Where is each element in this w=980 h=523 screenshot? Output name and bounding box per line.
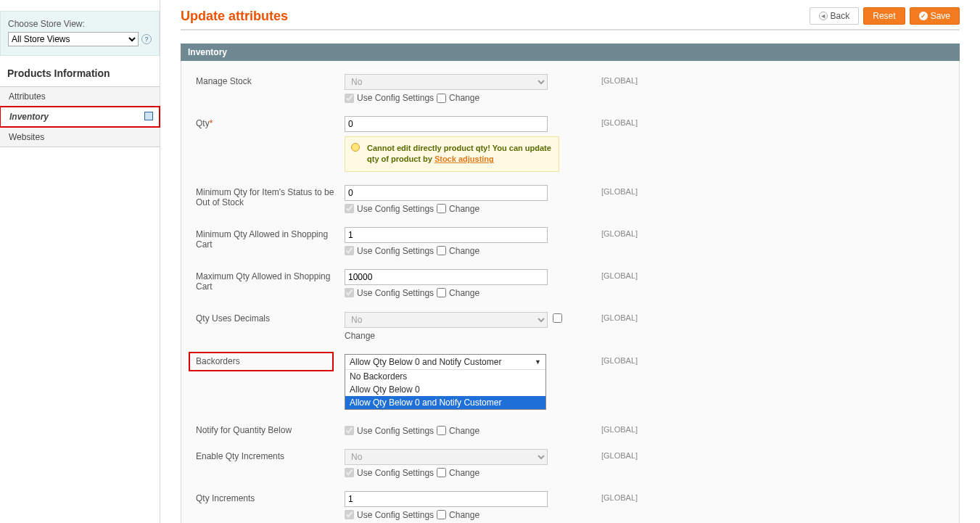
min-qty-cart-change[interactable] xyxy=(437,246,446,255)
qty-notice: Cannot edit directly product qty! You ca… xyxy=(345,136,559,172)
scope-label: [GLOBAL] xyxy=(601,491,688,502)
reset-label: Reset xyxy=(873,11,895,21)
action-buttons: ◄ Back Reset ✓ Save xyxy=(810,7,960,25)
bulb-icon xyxy=(351,143,360,152)
store-view-select[interactable]: All Store Views xyxy=(8,32,139,46)
enable-incr-select[interactable]: No xyxy=(345,449,548,465)
change-label: Change xyxy=(449,93,479,103)
scope-label: [GLOBAL] xyxy=(601,185,688,196)
manage-stock-select[interactable]: No xyxy=(345,74,548,90)
manage-stock-change[interactable] xyxy=(437,94,446,103)
scope-label: [GLOBAL] xyxy=(601,449,688,460)
qty-decimals-label: Qty Uses Decimals xyxy=(196,311,345,324)
use-config-label: Use Config Settings xyxy=(357,468,434,478)
main-content: Update attributes ◄ Back Reset ✓ Save In… xyxy=(160,0,980,523)
change-label: Change xyxy=(449,510,479,520)
notify-below-label: Notify for Quantity Below xyxy=(196,423,345,435)
scope-label: [GLOBAL] xyxy=(601,227,688,238)
notify-below-change[interactable] xyxy=(437,426,446,435)
qty-incr-input[interactable] xyxy=(345,491,548,507)
manage-stock-label: Manage Stock xyxy=(196,74,345,86)
backorders-value: Allow Qty Below 0 and Notify Customer xyxy=(350,357,501,367)
backorders-select[interactable]: Allow Qty Below 0 and Notify Customer ▼ … xyxy=(345,354,546,410)
use-config-label: Use Config Settings xyxy=(357,246,434,256)
min-qty-out-input[interactable] xyxy=(345,185,548,201)
min-qty-cart-input[interactable] xyxy=(345,227,548,243)
sidebar-tab-inventory[interactable]: Inventory xyxy=(0,106,160,128)
change-label: Change xyxy=(449,468,479,478)
backorders-option-below0[interactable]: Allow Qty Below 0 xyxy=(345,383,545,396)
backorders-label-wrap: Backorders xyxy=(196,354,345,367)
max-qty-cart-useconfig[interactable] xyxy=(345,288,354,297)
change-label: Change xyxy=(449,288,479,298)
qty-decimals-change-chk[interactable] xyxy=(553,313,562,323)
enable-incr-change[interactable] xyxy=(437,468,446,477)
save-label: Save xyxy=(931,11,950,21)
sidebar-tab-label: Inventory xyxy=(9,112,49,122)
scope-label: [GLOBAL] xyxy=(601,311,688,322)
use-config-label: Use Config Settings xyxy=(357,426,434,436)
backorders-option-none[interactable]: No Backorders xyxy=(345,370,545,383)
help-icon[interactable]: ? xyxy=(141,34,152,44)
scope-label: [GLOBAL] xyxy=(601,354,688,365)
notify-below-useconfig[interactable] xyxy=(345,426,354,435)
min-qty-cart-useconfig[interactable] xyxy=(345,246,354,255)
sidebar-tab-websites[interactable]: Websites xyxy=(0,128,160,147)
qty-incr-label: Qty Increments xyxy=(196,491,345,503)
max-qty-cart-change[interactable] xyxy=(437,288,446,297)
sidebar-heading: Products Information xyxy=(0,63,160,86)
change-label: Change xyxy=(449,204,479,214)
back-label: Back xyxy=(831,11,850,21)
inventory-form: Manage Stock No Use Config Settings Chan… xyxy=(181,61,960,523)
qty-incr-change[interactable] xyxy=(437,510,446,519)
qty-input[interactable] xyxy=(345,116,548,132)
change-label: Change xyxy=(345,331,591,341)
enable-incr-label: Enable Qty Increments xyxy=(196,449,345,461)
sidebar-tab-attributes[interactable]: Attributes xyxy=(0,87,160,107)
back-button[interactable]: ◄ Back xyxy=(810,7,860,25)
check-icon: ✓ xyxy=(919,12,928,20)
min-qty-out-useconfig[interactable] xyxy=(345,204,354,213)
save-icon xyxy=(144,112,153,120)
arrow-left-icon: ◄ xyxy=(819,12,828,20)
backorders-option-below0-notify[interactable]: Allow Qty Below 0 and Notify Customer xyxy=(345,396,545,409)
section-header: Inventory xyxy=(181,44,960,61)
scope-label: [GLOBAL] xyxy=(601,269,688,280)
min-qty-out-change[interactable] xyxy=(437,204,446,213)
qty-decimals-select[interactable]: No xyxy=(345,312,548,328)
sidebar: Choose Store View: All Store Views ? Pro… xyxy=(0,0,160,523)
qty-incr-useconfig[interactable] xyxy=(345,510,354,519)
scope-label: [GLOBAL] xyxy=(601,423,688,434)
use-config-label: Use Config Settings xyxy=(357,204,434,214)
save-button[interactable]: ✓ Save xyxy=(910,7,960,25)
sidebar-tabs: Attributes Inventory Websites xyxy=(0,86,160,147)
max-qty-cart-input[interactable] xyxy=(345,269,548,285)
use-config-label: Use Config Settings xyxy=(357,93,434,103)
use-config-label: Use Config Settings xyxy=(357,510,434,520)
change-label: Change xyxy=(449,426,479,436)
manage-stock-useconfig[interactable] xyxy=(345,94,354,103)
store-view-chooser: Choose Store View: All Store Views ? xyxy=(0,11,160,56)
page-title: Update attributes xyxy=(181,9,288,24)
min-qty-cart-label: Minimum Qty Allowed in Shopping Cart xyxy=(196,227,345,250)
stock-adjusting-link[interactable]: Stock adjusting xyxy=(435,155,494,163)
reset-button[interactable]: Reset xyxy=(863,7,905,25)
backorders-label: Backorders xyxy=(189,352,334,371)
enable-incr-useconfig[interactable] xyxy=(345,468,354,477)
scope-label: [GLOBAL] xyxy=(601,74,688,85)
chevron-down-icon: ▼ xyxy=(535,358,541,366)
store-view-label: Choose Store View: xyxy=(8,19,152,29)
change-label: Change xyxy=(449,246,479,256)
min-qty-out-label: Minimum Qty for Item's Status to be Out … xyxy=(196,185,345,207)
max-qty-cart-label: Maximum Qty Allowed in Shopping Cart xyxy=(196,269,345,292)
scope-label: [GLOBAL] xyxy=(601,116,688,127)
use-config-label: Use Config Settings xyxy=(357,288,434,298)
qty-label: Qty* xyxy=(196,116,345,128)
